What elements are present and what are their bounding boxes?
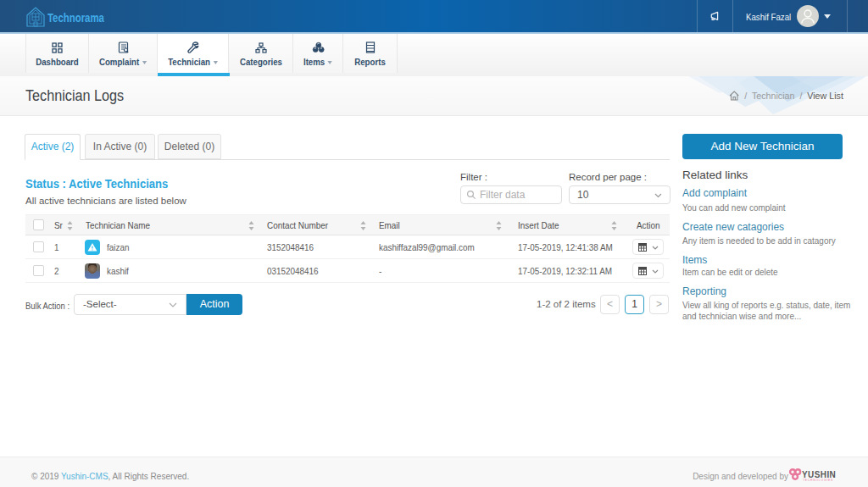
svg-text:TECHNOLOGIES: TECHNOLOGIES — [803, 479, 833, 482]
svg-text:YUSHIN: YUSHIN — [802, 470, 836, 479]
